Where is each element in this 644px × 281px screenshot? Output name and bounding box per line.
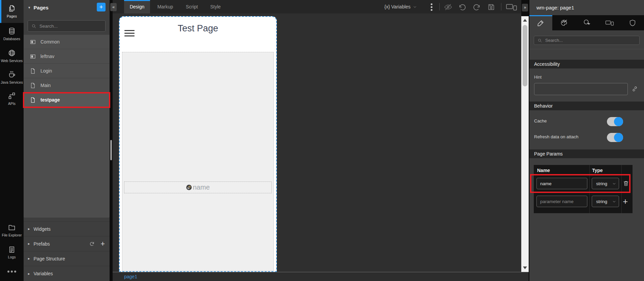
page-params-section-header[interactable]: Page Params — [529, 149, 644, 158]
variables-dropdown[interactable]: {x} Variables — [384, 0, 417, 13]
scroll-up-arrow-icon[interactable] — [523, 19, 527, 22]
behavior-section-header[interactable]: Behavior — [529, 102, 644, 110]
chevron-down-icon — [413, 5, 417, 9]
redo-button[interactable] — [472, 2, 481, 11]
page-item-login[interactable]: Login — [24, 64, 110, 78]
bound-label-text: name — [193, 184, 210, 191]
inspector-tab-styles[interactable] — [552, 15, 575, 30]
new-param-type-value: string — [596, 199, 607, 204]
inspector-search-box[interactable]: Search... — [534, 36, 640, 45]
rail-item-file-explorer[interactable]: File Explorer — [0, 220, 24, 241]
new-param-name-input[interactable] — [536, 196, 587, 207]
ellipsis-icon — [7, 270, 17, 273]
kebab-menu-button[interactable] — [427, 2, 436, 11]
rail-item-databases[interactable]: Databases — [0, 24, 24, 44]
page-item-leftnav[interactable]: leftnav — [24, 49, 110, 64]
more-options-button[interactable] — [7, 270, 17, 273]
page-item-main[interactable]: Main — [24, 78, 110, 93]
inspector-tab-properties[interactable] — [529, 15, 552, 30]
column-divider — [589, 165, 590, 213]
variables-dropdown-label: {x} Variables — [384, 4, 411, 9]
database-icon — [8, 27, 16, 35]
undo-button[interactable] — [458, 2, 467, 11]
page-item-common[interactable]: Common — [24, 35, 110, 49]
tab-design[interactable]: Design — [124, 0, 150, 13]
accordion-prefabs[interactable]: ▸ Prefabs + — [24, 236, 110, 251]
hint-input[interactable] — [534, 83, 628, 95]
inspector-tab-inspect[interactable] — [575, 15, 598, 30]
rail-item-logs[interactable]: Logs — [0, 244, 24, 262]
cache-label: Cache — [534, 118, 547, 123]
rail-item-pages[interactable]: Pages — [0, 0, 24, 23]
caret-right-icon: ▸ — [28, 272, 30, 276]
canvas-scrollbar-thumb[interactable] — [523, 25, 527, 86]
wavemaker-studio: Pages Databases Web Services Java Servic… — [0, 0, 644, 281]
accessibility-section-header[interactable]: Accessibility — [529, 60, 644, 68]
accordion-widgets[interactable]: ▸ Widgets — [24, 221, 110, 236]
file-explorer-icon — [8, 223, 16, 231]
bound-label-widget[interactable]: name — [124, 181, 272, 193]
expand-inspector-button[interactable]: » — [522, 4, 528, 11]
column-header-name: Name — [537, 168, 550, 173]
pages-panel: ▾ Pages + Search... Common leftnav Login — [24, 0, 110, 281]
param-name-input[interactable] — [536, 178, 587, 189]
rail-item-label: Web Services — [1, 59, 23, 63]
hide-outlines-button[interactable] — [443, 2, 452, 11]
delete-param-button[interactable] — [623, 180, 629, 187]
pages-panel-title: Pages — [34, 5, 49, 10]
inspector-title: wm-page: page1 — [536, 0, 574, 15]
page-content-area[interactable]: name — [122, 52, 274, 271]
rail-item-label: APIs — [8, 102, 16, 106]
chevron-down-icon — [612, 200, 616, 203]
accordion-label: Widgets — [34, 226, 51, 232]
pages-search-box[interactable]: Search... — [28, 20, 106, 32]
collapse-panel-button[interactable]: « — [110, 3, 117, 11]
page-item-testpage-selected[interactable]: testpage — [24, 93, 110, 107]
rail-item-web-services[interactable]: Web Services — [0, 45, 24, 67]
more-vertical-icon — [431, 3, 433, 11]
accordion-page-structure[interactable]: ▸ Page Structure — [24, 251, 110, 266]
pages-list: Common leftnav Login Main testpage — [24, 35, 110, 218]
bind-icon — [186, 185, 192, 190]
hint-label: Hint — [534, 75, 541, 80]
inspector-tab-devices[interactable] — [598, 15, 621, 30]
refresh-data-toggle[interactable] — [607, 133, 623, 142]
tab-script[interactable]: Script — [179, 0, 205, 13]
add-prefab-button[interactable]: + — [100, 240, 105, 248]
logs-icon — [8, 246, 16, 253]
rail-item-java-services[interactable]: Java Services — [0, 67, 24, 88]
tab-markup[interactable]: Markup — [152, 0, 179, 13]
page-preview-card[interactable]: Test Page name — [119, 16, 277, 272]
panel-scrollbar-thumb[interactable] — [110, 140, 112, 160]
tab-style[interactable]: Style — [202, 0, 229, 13]
rail-item-apis[interactable]: APIs — [0, 89, 24, 109]
status-page-link[interactable]: page1 — [124, 274, 137, 279]
section-divider — [529, 49, 644, 49]
properties-inspector: wm-page: page1 Search... Accessibil — [529, 0, 644, 281]
rail-item-label: Databases — [3, 37, 20, 41]
shield-icon — [629, 19, 636, 27]
param-type-select[interactable]: string — [592, 178, 619, 189]
rail-item-label: File Explorer — [2, 233, 22, 237]
layout-icon — [30, 39, 36, 45]
save-icon — [487, 3, 495, 11]
new-param-type-select[interactable]: string — [592, 196, 619, 207]
rail-item-label: Logs — [8, 255, 16, 259]
save-button[interactable] — [487, 2, 496, 11]
bind-hint-button[interactable] — [632, 86, 638, 92]
page-item-label: testpage — [40, 97, 60, 103]
inspect-icon — [583, 19, 591, 27]
cache-toggle[interactable] — [607, 117, 623, 126]
toolbar-divider — [501, 3, 501, 10]
left-icon-rail: Pages Databases Web Services Java Servic… — [0, 0, 24, 281]
accordion-variables[interactable]: ▸ Variables — [24, 266, 110, 281]
add-param-button[interactable]: + — [623, 197, 628, 206]
page-item-label: Common — [40, 39, 60, 45]
add-page-button[interactable]: + — [97, 3, 106, 11]
inspector-tab-security[interactable] — [621, 15, 644, 30]
preview-devices-button[interactable] — [505, 2, 518, 11]
scroll-down-arrow-icon[interactable] — [523, 266, 527, 269]
caret-down-icon: ▾ — [28, 5, 30, 10]
refresh-prefabs-button[interactable] — [89, 241, 95, 247]
canvas-scrollbar[interactable] — [521, 16, 529, 272]
